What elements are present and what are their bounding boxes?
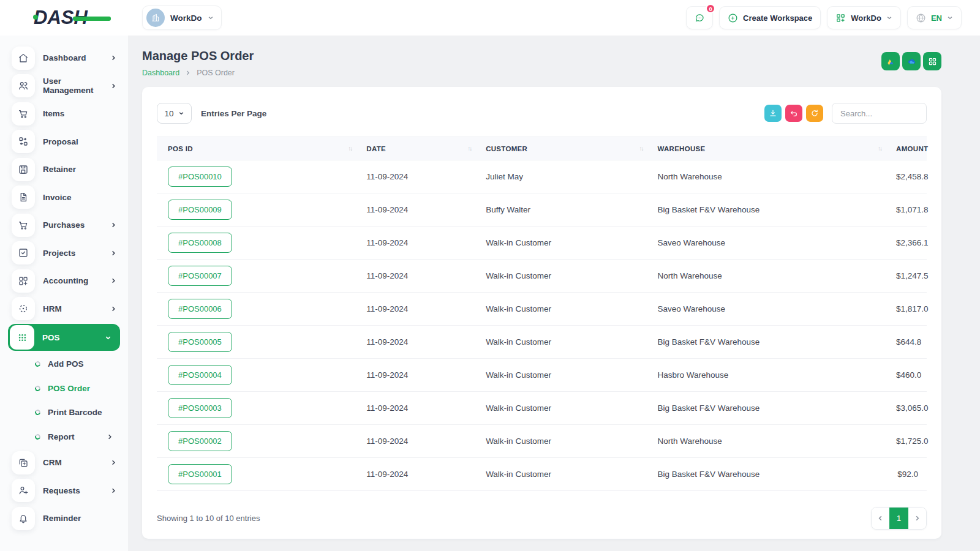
- table-row: #POS00004 11-09-2024 Walk-in Customer Ha…: [157, 359, 927, 392]
- chevron-right-icon: [110, 487, 117, 494]
- warehouse-cell: Big Basket F&V Warehouse: [646, 392, 885, 425]
- bullet-icon: [34, 433, 42, 440]
- workspace-selector[interactable]: WorkDo: [142, 6, 222, 30]
- chevron-right-icon: [107, 433, 113, 440]
- warehouse-cell: Big Basket F&V Warehouse: [646, 193, 885, 227]
- pos-id-link[interactable]: #POS00010: [168, 167, 232, 187]
- sidebar-item-accounting[interactable]: Accounting: [0, 267, 128, 295]
- chevron-right-icon: [110, 83, 117, 89]
- language-code: EN: [931, 13, 942, 23]
- sidebar-item-proposal[interactable]: Proposal: [0, 128, 128, 156]
- table-row: #POS00006 11-09-2024 Walk-in Customer Sa…: [157, 293, 927, 326]
- reset-button[interactable]: [785, 105, 802, 122]
- create-workspace-button[interactable]: Create Workspace: [719, 6, 821, 29]
- prev-page-button[interactable]: [872, 508, 889, 529]
- amount-cell: $92.0: [885, 458, 927, 491]
- app-menu-button[interactable]: WorkDo: [827, 6, 901, 29]
- table-footer: Showing 1 to 10 of 10 entries 1: [157, 507, 927, 530]
- customer-cell: Walk-in Customer: [475, 392, 646, 425]
- sidebar-subitem-pos-order[interactable]: POS Order: [0, 377, 128, 401]
- sidebar-item-projects[interactable]: Projects: [0, 239, 128, 268]
- customer-cell: Walk-in Customer: [475, 359, 646, 392]
- table-row: #POS00010 11-09-2024 Juliet May North Wa…: [157, 160, 927, 193]
- amount-cell: $460.0: [885, 359, 927, 392]
- customer-cell: Walk-in Customer: [475, 260, 646, 293]
- sidebar-item-crm[interactable]: CRM: [0, 449, 128, 477]
- pos-id-link[interactable]: #POS00007: [168, 266, 232, 286]
- messages-button[interactable]: 0: [686, 6, 713, 29]
- col-header-date: DATE: [366, 145, 386, 152]
- swap-squares-icon: [12, 130, 35, 153]
- search-input[interactable]: [832, 103, 927, 124]
- sidebar-item-invoice[interactable]: Invoice: [0, 184, 128, 212]
- undo-icon: [790, 109, 798, 118]
- app-logo: DASH: [34, 7, 101, 29]
- pos-id-link[interactable]: #POS00001: [168, 464, 232, 484]
- bullet-icon: [34, 409, 42, 416]
- sidebar-item-pos[interactable]: POS: [8, 324, 120, 351]
- sidebar-item-reminder[interactable]: Reminder: [0, 504, 128, 533]
- pos-id-link[interactable]: #POS00002: [168, 431, 232, 451]
- date-cell: 11-09-2024: [355, 392, 475, 425]
- sidebar: Dashboard User Management Items Proposal…: [0, 36, 128, 551]
- pos-id-link[interactable]: #POS00003: [168, 398, 232, 418]
- sort-icon[interactable]: ↑↓: [348, 145, 352, 152]
- app-menu-label: WorkDo: [851, 13, 881, 23]
- sort-icon[interactable]: ↑↓: [639, 145, 643, 152]
- table-toolbar: [764, 103, 927, 124]
- chevron-down-icon: [178, 110, 184, 116]
- sidebar-item-items[interactable]: Items: [0, 100, 128, 128]
- grid-plus-icon: [835, 13, 846, 23]
- sidebar-item-dashboard[interactable]: Dashboard: [0, 44, 128, 72]
- language-selector[interactable]: EN: [907, 6, 962, 29]
- onedrive-button[interactable]: [902, 52, 921, 70]
- chevron-left-icon: [877, 515, 884, 522]
- sidebar-item-user-management[interactable]: User Management: [0, 72, 128, 100]
- save-icon: [12, 158, 35, 181]
- amount-cell: $3,065.0: [885, 392, 927, 425]
- logo-dash-icon: [73, 17, 111, 21]
- entries-per-page-select[interactable]: 10: [157, 103, 192, 124]
- table-row: #POS00003 11-09-2024 Walk-in Customer Bi…: [157, 392, 927, 425]
- export-button[interactable]: [764, 105, 782, 122]
- col-header-amount: AMOUNT: [885, 137, 927, 160]
- create-workspace-label: Create Workspace: [743, 13, 812, 23]
- sort-icon[interactable]: ↑↓: [467, 145, 471, 152]
- next-page-button[interactable]: [908, 508, 926, 529]
- pos-id-link[interactable]: #POS00004: [168, 365, 232, 385]
- customer-cell: Walk-in Customer: [475, 227, 646, 260]
- cart-icon: [12, 214, 35, 237]
- breadcrumb-dashboard-link[interactable]: Dashboard: [142, 69, 179, 77]
- topbar: DASH WorkDo 0 Create Wor: [0, 0, 980, 36]
- sidebar-subitem-print-barcode[interactable]: Print Barcode: [0, 400, 128, 425]
- pos-id-link[interactable]: #POS00005: [168, 332, 232, 352]
- warehouse-cell: North Warehouse: [646, 425, 885, 458]
- workspace-avatar: [146, 9, 165, 27]
- chevron-right-icon: [110, 305, 117, 312]
- copy-squares-icon: [12, 451, 35, 474]
- pos-id-link[interactable]: #POS00006: [168, 299, 232, 319]
- current-page-button[interactable]: 1: [889, 508, 908, 529]
- sort-icon[interactable]: ↑↓: [878, 145, 881, 152]
- sidebar-item-requests[interactable]: Requests: [0, 477, 128, 505]
- table-card: 10 Entries Per Page POS: [142, 87, 941, 539]
- globe-icon: [916, 13, 926, 23]
- sidebar-subitem-add-pos[interactable]: Add POS: [0, 352, 128, 377]
- pos-id-link[interactable]: #POS00008: [168, 233, 232, 253]
- col-header-pos-id: POS ID: [168, 145, 193, 152]
- amount-cell: $644.8: [885, 326, 927, 359]
- main-content: Manage POS Order Dashboard POS Order: [128, 36, 980, 551]
- table-row: #POS00001 11-09-2024 Walk-in Customer Bi…: [157, 458, 927, 491]
- sidebar-item-retainer[interactable]: Retainer: [0, 156, 128, 184]
- home-icon: [12, 47, 35, 70]
- onedrive-icon: [907, 56, 917, 67]
- google-drive-button[interactable]: [881, 52, 900, 70]
- pos-id-link[interactable]: #POS00009: [168, 200, 232, 220]
- pagination: 1: [871, 507, 927, 530]
- grid-view-button[interactable]: [923, 52, 941, 70]
- sidebar-item-hrm[interactable]: HRM: [0, 295, 128, 323]
- sidebar-subitem-report[interactable]: Report: [0, 425, 128, 449]
- chevron-right-icon: [185, 70, 191, 76]
- refresh-button[interactable]: [806, 105, 823, 122]
- sidebar-item-purchases[interactable]: Purchases: [0, 211, 128, 239]
